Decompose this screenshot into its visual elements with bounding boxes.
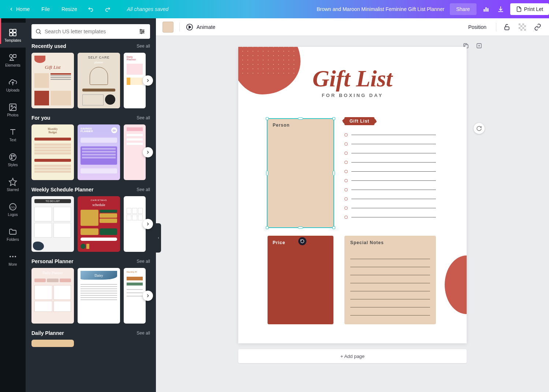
section-recently-used: Recently used See all Gift List SELF CAR…: [31, 43, 150, 108]
next-arrow[interactable]: [143, 147, 153, 157]
title-script[interactable]: Gift List: [238, 67, 467, 90]
photos-icon: [8, 103, 17, 112]
rail-logos[interactable]: CO. Logos: [0, 197, 26, 222]
title-subtitle[interactable]: FOR BOXING DAY: [238, 93, 467, 98]
print-button[interactable]: Print Let: [510, 3, 549, 15]
giftlist-heading[interactable]: Gift List: [344, 117, 374, 124]
download-icon: [497, 5, 504, 13]
star-icon: [8, 178, 17, 186]
template-thumb[interactable]: [31, 340, 74, 347]
lock-open-icon: [503, 23, 511, 31]
redo-icon: [104, 6, 111, 12]
svg-rect-0: [483, 9, 485, 12]
next-arrow[interactable]: [143, 219, 153, 229]
section-title: Personal Planner: [31, 258, 73, 264]
link-button[interactable]: [533, 22, 542, 32]
filter-button[interactable]: [138, 27, 146, 36]
refresh-icon: [476, 126, 482, 131]
panel-search: [26, 18, 156, 43]
svg-point-21: [15, 256, 16, 257]
position-button[interactable]: Position: [464, 22, 490, 32]
rail-starred[interactable]: Starred: [0, 172, 26, 197]
download-button[interactable]: [493, 2, 508, 16]
resize-button[interactable]: Resize: [56, 3, 82, 15]
svg-point-7: [10, 55, 12, 57]
rail-uploads[interactable]: Uploads: [0, 72, 26, 97]
add-page-button[interactable]: [475, 42, 483, 50]
search-input[interactable]: [42, 29, 138, 34]
rail-elements[interactable]: Elements: [0, 48, 26, 72]
see-all-link[interactable]: See all: [137, 331, 150, 336]
gift-list-lines[interactable]: [344, 130, 436, 222]
next-arrow[interactable]: [143, 291, 153, 301]
search-field[interactable]: [31, 24, 150, 39]
price-box[interactable]: Price: [268, 236, 333, 324]
canvas-viewport[interactable]: Gift List FOR BOXING DAY Person: [156, 36, 549, 392]
document-title[interactable]: Brown and Maroon Minimalist Feminine Gif…: [168, 6, 449, 12]
rail-templates[interactable]: Templates: [0, 23, 26, 48]
svg-rect-4: [13, 29, 16, 32]
template-thumb[interactable]: Daily Planner: [31, 268, 74, 324]
rail-folders[interactable]: Folders: [0, 222, 26, 247]
svg-rect-35: [522, 23, 524, 25]
person-label: Person: [273, 123, 290, 128]
rail-photos[interactable]: Photos: [0, 97, 26, 122]
next-arrow[interactable]: [143, 75, 153, 86]
sync-button[interactable]: [474, 123, 485, 134]
svg-rect-37: [524, 25, 526, 27]
chevron-right-icon: [145, 78, 150, 83]
svg-marker-31: [189, 26, 191, 28]
see-all-link[interactable]: See all: [137, 187, 150, 192]
template-thumb[interactable]: Daily Planner: [124, 53, 146, 108]
color-swatch[interactable]: [163, 22, 173, 33]
price-label: Price: [273, 240, 285, 245]
see-all-link[interactable]: See all: [137, 259, 150, 264]
side-rail: Templates Elements Uploads Photos Text S…: [0, 18, 26, 392]
template-thumb[interactable]: Daisy: [78, 268, 120, 324]
template-thumb[interactable]: Gift List: [31, 53, 74, 108]
notes-box[interactable]: Special Notes: [344, 236, 436, 324]
rotate-icon: [300, 239, 305, 243]
transparency-button[interactable]: [518, 22, 527, 32]
decorative-blob: [445, 255, 467, 314]
svg-rect-41: [524, 29, 526, 31]
see-all-link[interactable]: See all: [137, 115, 150, 120]
add-page-bar[interactable]: + Add page: [238, 349, 467, 363]
see-all-link[interactable]: See all: [137, 44, 150, 49]
home-button[interactable]: Home: [4, 3, 35, 15]
animate-button[interactable]: Animate: [186, 23, 215, 31]
file-button[interactable]: File: [36, 3, 55, 15]
styles-icon: [8, 153, 17, 161]
panel-content[interactable]: Recently used See all Gift List SELF CAR…: [26, 43, 156, 392]
svg-point-29: [141, 33, 142, 34]
template-thumb[interactable]: [124, 124, 146, 180]
rail-styles[interactable]: Styles: [0, 147, 26, 172]
svg-rect-38: [519, 27, 520, 29]
template-thumb[interactable]: CHRISTMASschedule: [78, 196, 120, 252]
svg-rect-39: [522, 27, 524, 29]
person-box[interactable]: Person: [268, 119, 333, 227]
template-thumb[interactable]: SAVINGSPLANNER09: [78, 124, 120, 180]
rotate-handle[interactable]: [298, 237, 306, 245]
share-button[interactable]: Share: [450, 3, 477, 15]
template-thumb[interactable]: MY MONTPLAN: [124, 196, 146, 252]
template-thumb[interactable]: TO DO LIST: [31, 196, 74, 252]
template-thumb[interactable]: MonthlyBudget: [31, 124, 74, 180]
search-icon: [35, 28, 42, 35]
template-thumb[interactable]: SELF CAREplanner: [78, 53, 120, 108]
notes-lines: [350, 251, 430, 316]
sliders-icon: [138, 28, 146, 35]
undo-button[interactable]: [84, 2, 98, 16]
svg-rect-34: [519, 23, 520, 25]
insights-button[interactable]: [479, 2, 493, 16]
rail-more[interactable]: More: [0, 247, 26, 272]
design-page[interactable]: Gift List FOR BOXING DAY Person: [238, 47, 467, 343]
rail-text[interactable]: Text: [0, 122, 26, 147]
lock-button[interactable]: [502, 22, 512, 32]
uploads-icon: [8, 78, 17, 87]
bar-chart-icon: [482, 5, 490, 13]
redo-button[interactable]: [100, 2, 115, 16]
template-thumb[interactable]: Monthly Pl: [124, 268, 146, 324]
context-toolbar: Animate Position: [156, 18, 549, 36]
svg-point-11: [11, 105, 12, 107]
